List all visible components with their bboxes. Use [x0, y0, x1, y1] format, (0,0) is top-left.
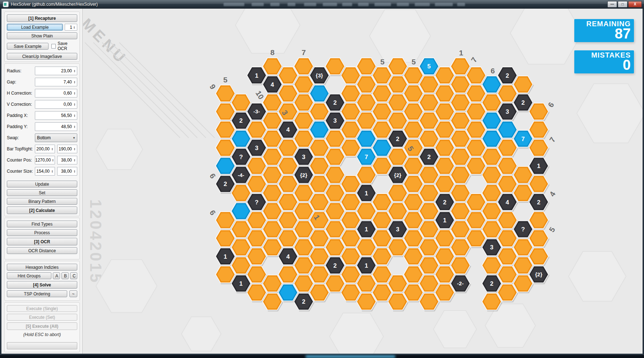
- spinner-arrows-icon[interactable]: ▲▼: [73, 92, 77, 95]
- background-menu-item: [323, 3, 337, 6]
- checkbox-icon[interactable]: [51, 44, 56, 49]
- binary-pattern-button[interactable]: Binary Pattern: [7, 198, 77, 205]
- counter-pos-y-field[interactable]: 38,00 ▲▼: [57, 156, 77, 164]
- load-example-button[interactable]: Load Example: [7, 24, 63, 31]
- spinner-arrows-icon[interactable]: ▲▼: [73, 148, 77, 150]
- tsp-tilde-button[interactable]: ~: [69, 290, 77, 297]
- game-canvas[interactable]: MENU 12042015 212?-4-11-3-3?4443{2}2{3}2…: [83, 9, 643, 354]
- background-menu-item: [457, 3, 465, 6]
- progress-bar: [7, 342, 77, 349]
- counter-size-x-field[interactable]: 154,00 ▲▼: [35, 167, 55, 176]
- taskbar-glow: [305, 355, 395, 358]
- spinner-arrows-icon[interactable]: ▲▼: [51, 159, 54, 162]
- hex-cell-label: 2: [333, 99, 336, 106]
- hint-groups-button[interactable]: Hint Groups: [7, 272, 51, 279]
- hex-cell-label: -3-: [253, 108, 260, 114]
- hex-cell-label: 1: [443, 217, 446, 224]
- taskbar-sliver: [0, 355, 644, 358]
- paddingy-field[interactable]: 48,50 ▲▼: [35, 122, 77, 131]
- spinner-arrows-icon[interactable]: ▲▼: [73, 125, 77, 128]
- background-menu-item: [374, 3, 391, 6]
- paddingx-field[interactable]: 56,50 ▲▼: [35, 111, 77, 120]
- ocr-distance-button[interactable]: OCR Distance: [7, 247, 77, 254]
- background-menu-item: [288, 3, 295, 6]
- counter-size-label: Counter Size:: [7, 169, 35, 174]
- hex-cell-label: ?: [239, 154, 243, 160]
- hex-cell-label: -4-: [238, 172, 244, 178]
- swap-value: Bottom: [37, 135, 51, 140]
- save-ocr-checkbox[interactable]: Save OCR: [51, 41, 77, 51]
- load-example-stepper[interactable]: 1 ▲▼: [65, 24, 77, 31]
- gap-field[interactable]: 7,40 ▲▼: [35, 78, 77, 86]
- ocr-group: Find Types Process [3] OCR OCR Distance: [4, 218, 80, 259]
- spinner-arrows-icon[interactable]: ▲▼: [73, 159, 77, 162]
- calculate-button[interactable]: [2] Calculate: [7, 207, 77, 214]
- hex-cell-label: 2: [506, 72, 509, 79]
- maximize-button[interactable]: □: [618, 1, 627, 8]
- hint-b-button[interactable]: B: [61, 272, 69, 279]
- close-button[interactable]: X: [628, 1, 642, 8]
- hint-c-button[interactable]: C: [70, 272, 77, 279]
- hex-cell-label: 2: [521, 99, 525, 106]
- find-types-button[interactable]: Find Types: [7, 221, 77, 227]
- spinner-arrows-icon[interactable]: ▲▼: [73, 114, 77, 117]
- app-icon: [3, 1, 9, 7]
- spinner-arrows-icon[interactable]: ▲▼: [73, 81, 77, 83]
- abort-note: (Hold ESC to abort): [7, 332, 77, 337]
- hex-grid[interactable]: 212?-4-11-3-3?4443{2}2{3}23271112{2}3522…: [83, 9, 643, 354]
- save-example-button[interactable]: Save Example: [7, 43, 49, 50]
- tsp-ordering-button[interactable]: TSP Ordering: [7, 290, 67, 297]
- title-bar: HexSolver (github.com/Mikescher/HexSolve…: [0, 0, 644, 9]
- bar-topright-label: Bar TopRight:: [7, 146, 35, 151]
- hint-label: 7: [302, 48, 306, 56]
- spinner-arrows-icon[interactable]: ▲▼: [50, 148, 54, 150]
- hint-label: 6: [208, 172, 217, 180]
- hex-cell-label: 1: [365, 190, 368, 197]
- bar-topright-x-field[interactable]: 200,00 ▲▼: [35, 145, 55, 153]
- hint-label: 7: [469, 56, 479, 64]
- execute-set-button[interactable]: Execute (Set): [7, 314, 77, 321]
- spinner-arrows-icon[interactable]: ▲▼: [73, 170, 77, 173]
- hex-cell-label: 1: [365, 226, 368, 233]
- execute-all-button[interactable]: [5] Execute (All): [7, 322, 77, 330]
- execute-single-button[interactable]: Execute (Single): [7, 305, 77, 312]
- spinner-arrows-icon[interactable]: ▲▼: [73, 103, 77, 106]
- hint-a-button[interactable]: A: [53, 272, 60, 279]
- hex-cell-label: ?: [521, 226, 525, 233]
- hex-cell-label: 3: [255, 145, 258, 151]
- solve-button[interactable]: [4] Solve: [7, 281, 77, 289]
- hex-cell-label: -2-: [457, 280, 464, 286]
- counter-pos-y-value: 38,00: [61, 158, 73, 163]
- spinner-arrows-icon[interactable]: ▲▼: [73, 69, 77, 72]
- show-plain-button[interactable]: Show Plain: [7, 32, 77, 39]
- spinner-arrows-icon[interactable]: ▲▼: [72, 26, 76, 29]
- radius-field[interactable]: 23,00 ▲▼: [35, 67, 77, 75]
- counter-size-y-field[interactable]: 38,00 ▲▼: [57, 167, 77, 176]
- bar-topright-y-field[interactable]: 190,00 ▲▼: [57, 145, 77, 153]
- hcorrection-field[interactable]: 0,60 ▲▼: [35, 89, 77, 98]
- spinner-arrows-icon[interactable]: ▲▼: [50, 170, 54, 173]
- counter-pos-x-field[interactable]: 1270,00 ▲▼: [35, 156, 55, 164]
- recapture-button[interactable]: [1] Recapture: [7, 14, 77, 22]
- vcorrection-field[interactable]: 0,00 ▲▼: [35, 100, 77, 109]
- hexagon-indizies-button[interactable]: Hexagon Indizies: [7, 264, 77, 271]
- save-ocr-label: Save OCR: [58, 41, 77, 51]
- background-menu-item: [342, 3, 352, 6]
- minimize-button[interactable]: —: [607, 1, 617, 8]
- counter-pos-x-value: 1270,00: [35, 158, 51, 163]
- hex-cell-label: 1: [239, 280, 243, 287]
- paddingx-value: 56,50: [61, 113, 73, 118]
- execute-group: Execute (Single) Execute (Set) [5] Execu…: [4, 302, 80, 352]
- hint-label: 7: [548, 136, 557, 144]
- set-button[interactable]: Set: [7, 189, 77, 196]
- update-button[interactable]: Update: [7, 181, 77, 187]
- hex-cell-label: 7: [365, 154, 368, 160]
- hint-label: 6: [491, 67, 495, 75]
- swap-dropdown[interactable]: Bottom ▼: [35, 133, 77, 142]
- process-button[interactable]: Process: [7, 229, 77, 236]
- vcorrection-value: 0,00: [64, 102, 73, 107]
- solve-group: Hexagon Indizies Hint Groups A B C [4] S…: [4, 261, 80, 301]
- cleanup-imagesave-button[interactable]: CleanUp ImageSave: [7, 53, 77, 60]
- hint-label: 4: [548, 190, 557, 198]
- ocr-button[interactable]: [3] OCR: [7, 238, 77, 245]
